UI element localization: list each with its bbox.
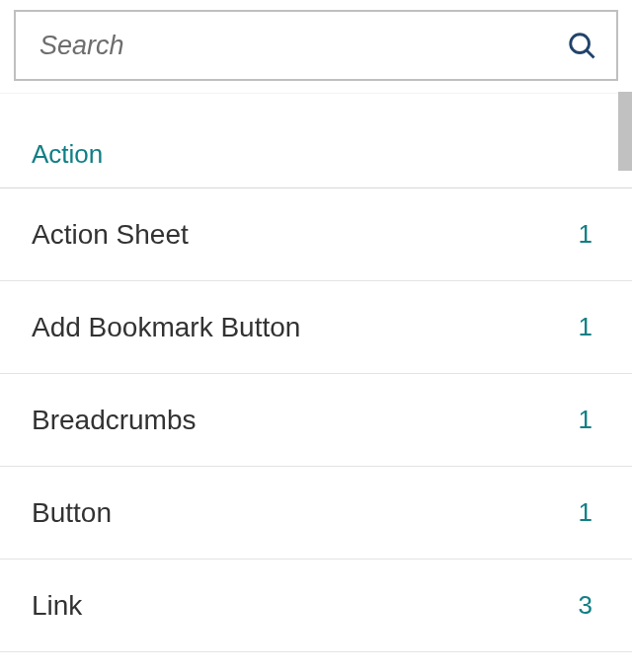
list-item-count: 1 <box>579 405 592 435</box>
list-item-add-bookmark-button[interactable]: Add Bookmark Button 1 <box>0 281 632 374</box>
list-item-link[interactable]: Link 3 <box>0 560 632 652</box>
list-area: Action Action Sheet 1 Add Bookmark Butto… <box>0 93 632 672</box>
list-item-breadcrumbs[interactable]: Breadcrumbs 1 <box>0 374 632 467</box>
group-header-action: Action <box>0 94 632 188</box>
list-item-label: Breadcrumbs <box>32 405 197 436</box>
search-container <box>0 0 632 93</box>
list-item-label: Link <box>32 590 82 622</box>
list-item-label: Button <box>32 497 112 529</box>
list-item-label: Add Bookmark Button <box>32 312 300 343</box>
search-input[interactable] <box>40 31 565 61</box>
scrollbar-thumb[interactable] <box>618 92 632 171</box>
list-item-count: 1 <box>579 219 592 250</box>
list-item-count: 3 <box>579 590 592 621</box>
list-item-button[interactable]: Button 1 <box>0 467 632 560</box>
search-field[interactable] <box>14 10 618 81</box>
list-item-label: Action Sheet <box>32 219 189 251</box>
list-item-action-sheet[interactable]: Action Sheet 1 <box>0 188 632 281</box>
svg-line-1 <box>587 50 593 57</box>
app-root: Action Action Sheet 1 Add Bookmark Butto… <box>0 0 632 672</box>
list-item-count: 1 <box>579 497 592 528</box>
svg-point-0 <box>571 35 590 53</box>
search-icon[interactable] <box>565 29 598 62</box>
list-item-count: 1 <box>579 312 592 342</box>
